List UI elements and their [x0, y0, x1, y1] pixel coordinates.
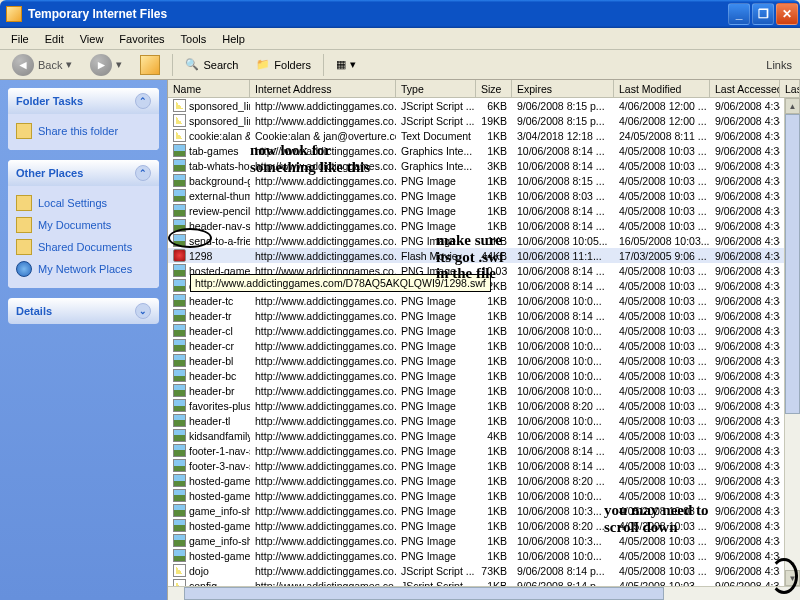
file-row[interactable]: hosted-game-i...http://www.addictinggame…: [168, 518, 800, 533]
file-row[interactable]: footer-3-nav-sephttp://www.addictinggame…: [168, 458, 800, 473]
folders-button[interactable]: 📁Folders: [250, 56, 317, 73]
file-row[interactable]: header-crhttp://www.addictinggames.co...…: [168, 338, 800, 353]
other-place-link[interactable]: Shared Documents: [16, 236, 151, 258]
file-row[interactable]: hosted-game-i...http://www.addictinggame…: [168, 548, 800, 563]
file-icon: [173, 324, 186, 337]
col-accessed[interactable]: Last Accessed ▼: [710, 80, 780, 97]
file-icon: [173, 189, 186, 202]
file-icon: [173, 519, 186, 532]
file-row[interactable]: kidsandfamilyhttp://www.addictinggames.c…: [168, 428, 800, 443]
file-row[interactable]: favorites-plus-...http://www.addictingga…: [168, 398, 800, 413]
file-row[interactable]: dojohttp://www.addictinggames.co...JScri…: [168, 563, 800, 578]
expand-icon[interactable]: ⌄: [135, 303, 151, 319]
file-row[interactable]: header-blhttp://www.addictinggames.co...…: [168, 353, 800, 368]
file-row[interactable]: header-tchttp://www.addictinggames.co...…: [168, 293, 800, 308]
file-row[interactable]: header-nav-sephttp://www.addictinggames.…: [168, 218, 800, 233]
file-row[interactable]: header-bchttp://www.addictinggames.co...…: [168, 368, 800, 383]
menu-help[interactable]: Help: [215, 31, 252, 47]
share-folder-link[interactable]: Share this folder: [16, 120, 151, 142]
menu-file[interactable]: File: [4, 31, 36, 47]
file-row[interactable]: send-to-a-friendhttp://www.addictinggame…: [168, 233, 800, 248]
file-row[interactable]: game_info-sha...http://www.addictinggame…: [168, 503, 800, 518]
toolbar: ◄Back ▾ ► ▾ 🔍Search 📁Folders ▦▾ Links: [0, 50, 800, 80]
file-icon: [173, 294, 186, 307]
file-row[interactable]: footer-1-nav-sephttp://www.addictinggame…: [168, 443, 800, 458]
file-icon: [173, 549, 186, 562]
views-button[interactable]: ▦▾: [330, 56, 362, 73]
file-icon: [173, 264, 186, 277]
file-row[interactable]: game_info-sha...http://www.addictinggame…: [168, 533, 800, 548]
other-place-link[interactable]: Local Settings: [16, 192, 151, 214]
file-icon: [173, 279, 186, 292]
details-title: Details: [16, 305, 52, 317]
scroll-down-icon[interactable]: ▼: [785, 570, 800, 586]
up-folder-icon: [140, 55, 160, 75]
window-title: Temporary Internet Files: [28, 7, 167, 21]
col-expires[interactable]: Expires: [512, 80, 614, 97]
menu-edit[interactable]: Edit: [38, 31, 71, 47]
other-places-title: Other Places: [16, 167, 83, 179]
file-row[interactable]: sponsored_link...http://www.addictinggam…: [168, 98, 800, 113]
col-checked[interactable]: Last Ch: [780, 80, 800, 97]
file-row[interactable]: header-clhttp://www.addictinggames.co...…: [168, 323, 800, 338]
file-row[interactable]: review-pencil-...http://www.addictinggam…: [168, 203, 800, 218]
forward-icon: ►: [90, 54, 112, 76]
scrollbar-thumb-h[interactable]: [184, 587, 664, 600]
file-row[interactable]: external-thum...http://www.addictinggame…: [168, 188, 800, 203]
col-address[interactable]: Internet Address: [250, 80, 396, 97]
url-tooltip: http://www.addictinggames.com/D78AQ5AKQL…: [190, 274, 491, 292]
minimize-button[interactable]: _: [728, 3, 750, 25]
collapse-icon[interactable]: ⌃: [135, 93, 151, 109]
folder-icon: [16, 217, 32, 233]
file-icon: [173, 474, 186, 487]
back-button[interactable]: ◄Back ▾: [6, 52, 78, 78]
details-panel: Details⌄: [8, 298, 159, 324]
menu-favorites[interactable]: Favorites: [112, 31, 171, 47]
up-button[interactable]: [134, 53, 166, 77]
file-list: Name Internet Address Type Size Expires …: [167, 80, 800, 600]
file-row[interactable]: hosted-game-i...http://www.addictinggame…: [168, 488, 800, 503]
file-icon: [173, 114, 186, 127]
file-row[interactable]: cookie:alan & j...Cookie:alan & jan@over…: [168, 128, 800, 143]
other-place-link[interactable]: My Documents: [16, 214, 151, 236]
file-row[interactable]: sponsored_link...http://www.addictinggam…: [168, 113, 800, 128]
menu-tools[interactable]: Tools: [174, 31, 214, 47]
vertical-scrollbar[interactable]: ▲ ▼: [784, 98, 800, 586]
col-name[interactable]: Name: [168, 80, 250, 97]
file-icon: [173, 174, 186, 187]
file-row[interactable]: header-brhttp://www.addictinggames.co...…: [168, 383, 800, 398]
col-type[interactable]: Type: [396, 80, 476, 97]
file-icon: [173, 564, 186, 577]
menu-view[interactable]: View: [73, 31, 111, 47]
file-row[interactable]: 1298http://www.addictinggames.co...Flash…: [168, 248, 800, 263]
col-modified[interactable]: Last Modified: [614, 80, 710, 97]
scrollbar-thumb[interactable]: [785, 114, 800, 414]
collapse-icon[interactable]: ⌃: [135, 165, 151, 181]
search-button[interactable]: 🔍Search: [179, 56, 244, 73]
col-size[interactable]: Size: [476, 80, 512, 97]
file-row[interactable]: tab-gameshttp://www.addictinggames.co...…: [168, 143, 800, 158]
links-label[interactable]: Links: [766, 59, 792, 71]
file-row[interactable]: background-gr...http://www.addictinggame…: [168, 173, 800, 188]
file-row[interactable]: header-trhttp://www.addictinggames.co...…: [168, 308, 800, 323]
file-icon: [173, 384, 186, 397]
close-button[interactable]: ✕: [776, 3, 798, 25]
other-places-panel: Other Places⌃ Local SettingsMy Documents…: [8, 160, 159, 288]
horizontal-scrollbar[interactable]: [168, 586, 800, 600]
file-icon: [173, 534, 186, 547]
file-icon: [173, 234, 186, 247]
window-titlebar[interactable]: Temporary Internet Files _ ❐ ✕: [0, 0, 800, 28]
forward-button[interactable]: ► ▾: [84, 52, 128, 78]
file-icon: [173, 249, 186, 262]
other-place-link[interactable]: My Network Places: [16, 258, 151, 280]
file-row[interactable]: hosted-game-i...http://www.addictinggame…: [168, 473, 800, 488]
file-row[interactable]: header-tlhttp://www.addictinggames.co...…: [168, 413, 800, 428]
file-icon: [173, 369, 186, 382]
file-icon: [173, 159, 186, 172]
file-row[interactable]: tab-whats-hot...http://www.addictinggame…: [168, 158, 800, 173]
file-icon: [173, 414, 186, 427]
scroll-up-icon[interactable]: ▲: [785, 98, 800, 114]
file-icon: [173, 444, 186, 457]
maximize-button[interactable]: ❐: [752, 3, 774, 25]
tasks-pane: Folder Tasks⌃ Share this folder Other Pl…: [0, 80, 167, 600]
